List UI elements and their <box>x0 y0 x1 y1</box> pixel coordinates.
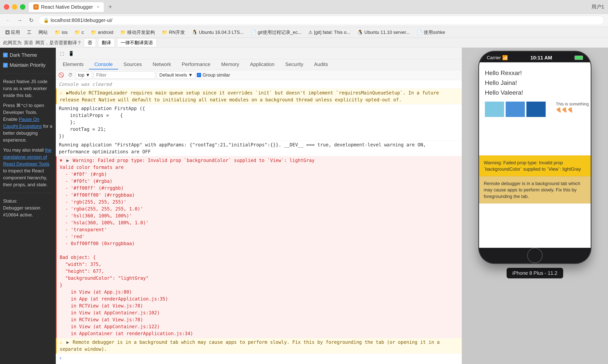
dark-theme-label: Dark Theme <box>10 52 37 58</box>
home-button[interactable] <box>527 248 543 263</box>
inspect-element-button[interactable]: ⬚ <box>58 50 66 57</box>
browser-tab-active[interactable]: ⚛ React Native Debugger × <box>28 2 104 12</box>
url-bar[interactable]: 🔒 localhost:8081/debugger-ui/ <box>39 16 604 25</box>
phone-status-bar: Carrier 📶 10:11 AM <box>479 52 591 62</box>
console-info-1: Running application FirstApp ({ initialP… <box>56 104 462 141</box>
bookmark-label: 📁 移动开发架构 <box>120 29 155 35</box>
warning-icon: ⚠ <box>60 90 62 96</box>
bookmark-3[interactable]: 网站 <box>36 28 50 36</box>
forward-button[interactable]: → <box>15 16 24 25</box>
maintain-priority-label: Maintain Priority <box>10 62 45 68</box>
bookmark-ios[interactable]: 📁 ios <box>52 29 70 36</box>
group-similar-checkbox[interactable]: ✓ <box>197 73 201 77</box>
bookmark-mobile[interactable]: 📁 移动开发架构 <box>118 28 157 36</box>
tab-sources[interactable]: Sources <box>118 60 147 69</box>
tab-console[interactable]: Console <box>89 60 118 69</box>
console-warning-1: ⚠ ▶Module RCTImageLoader requires main q… <box>56 89 462 104</box>
console-filter-input[interactable] <box>94 71 155 79</box>
tab-memory[interactable]: Memory <box>216 60 245 69</box>
tab-security[interactable]: Security <box>280 60 309 69</box>
clear-console-button[interactable]: 🚫 <box>57 71 65 79</box>
translate-never-button[interactable]: 一律不翻译英语 <box>117 38 157 47</box>
expand-arrow-icon[interactable]: ▶ <box>66 158 69 163</box>
device-label: iPhone 8 Plus - 11.2 <box>507 268 563 278</box>
bookmark-label: 📄 git使用过程记录_ec... <box>251 29 302 35</box>
bookmark-c[interactable]: 📁 c <box>72 29 86 36</box>
default-levels-dropdown[interactable]: Default levels ▼ <box>157 71 195 79</box>
sidebar-status: Status: Debugger session #10664 active. <box>3 198 53 218</box>
tab-application[interactable]: Application <box>245 60 280 69</box>
phone-notification-2: Remote debugger is in a background tab w… <box>479 176 591 204</box>
bookmark-2[interactable]: 工 <box>25 28 34 36</box>
group-similar-row: ✓ Group similar <box>197 72 230 78</box>
context-value: top <box>78 72 84 78</box>
device-mode-button[interactable]: 📱 <box>67 50 75 57</box>
bookmark-icon: ■ <box>5 30 10 34</box>
refresh-button[interactable]: ↻ <box>27 16 35 25</box>
color-bar-1 <box>485 102 504 117</box>
notification-text-1: Warning: Failed prop type: Invalid prop … <box>484 160 581 172</box>
close-button[interactable] <box>4 4 9 10</box>
bookmark-apps[interactable]: ■ 应用 <box>3 28 22 36</box>
phone-area: Carrier 📶 10:11 AM Hello Rexxar! Hello J… <box>462 48 608 364</box>
something-text: This is something <box>556 102 589 107</box>
translate-no-button[interactable]: 否 <box>84 38 96 47</box>
battery-indicator <box>574 56 583 60</box>
translate-label: 此网页为 <box>3 40 22 46</box>
phone-screen: Hello Rexxar! Hello Jaina! Hello Valeera… <box>479 62 591 248</box>
console-input[interactable] <box>64 355 459 361</box>
bookmark-ssh[interactable]: 📄 使用sshke <box>414 28 447 36</box>
bookmark-android[interactable]: 📁 android <box>89 29 116 36</box>
tab-audits[interactable]: Audits <box>309 60 333 69</box>
phone-screen-content: Hello Rexxar! Hello Jaina! Hello Valeera… <box>479 62 591 117</box>
battery-icon <box>574 56 583 60</box>
tab-network[interactable]: Network <box>147 60 176 69</box>
phone-home-bar <box>479 248 591 263</box>
sidebar-description: React Native JS code runs as a web worke… <box>3 78 53 99</box>
group-similar-label: Group similar <box>203 72 230 78</box>
bookmark-ubuntu2[interactable]: 🐧 Ubuntu 11.10 server... <box>355 29 412 36</box>
bookmark-rn[interactable]: 📁 RN开发 <box>159 28 187 36</box>
console-error-1: ✖ ▶ Warning: Failed prop type: Invalid p… <box>56 156 462 338</box>
hello-text-1: Hello Rexxar! <box>485 68 585 78</box>
context-selector[interactable]: top ▼ <box>76 71 92 79</box>
checkmark-icon: ✓ <box>198 73 200 77</box>
lock-icon: 🔒 <box>43 18 49 23</box>
notification-text-2: Remote debugger is in a background tab w… <box>484 181 580 199</box>
tab-elements[interactable]: Elements <box>57 60 89 69</box>
bookmark-ubuntu1[interactable]: 🐧 Ubuntu 16.04.3 LTS... <box>190 29 246 36</box>
minimize-button[interactable] <box>12 4 17 10</box>
main-area: ✓ Dark Theme ✓ Maintain Priority React N… <box>0 48 608 364</box>
devtools-tabs: Elements Console Sources Network Perform… <box>56 59 462 70</box>
traffic-lights <box>4 4 26 10</box>
preserve-log-button[interactable]: ⏱ <box>66 71 74 79</box>
emoji-icons: 🍕🍕🍕 <box>556 107 589 113</box>
bookmark-label: 📁 android <box>91 30 113 35</box>
dark-theme-checkbox[interactable]: ✓ <box>3 53 8 57</box>
browser-window: ⚛ React Native Debugger × + 用户1 ← → ↻ 🔒 … <box>0 0 608 364</box>
console-content: Console was cleared ⚠ ▶Module RCTImageLo… <box>56 80 462 364</box>
back-button[interactable]: ← <box>4 16 12 25</box>
bookmarks-bar: ■ 应用 工 网站 📁 ios 📁 c 📁 android 📁 移动开发架构 📁… <box>0 27 608 38</box>
sidebar-install-text: You may also install the standalone vers… <box>3 147 53 188</box>
info-text-1: Running application FirstApp ({ <box>59 106 145 111</box>
maintain-priority-row[interactable]: ✓ Maintain Priority <box>3 62 53 68</box>
tab-performance[interactable]: Performance <box>176 60 216 69</box>
maximize-button[interactable] <box>20 4 26 10</box>
translate-yes-button[interactable]: 翻译 <box>98 38 115 47</box>
bookmark-git1[interactable]: 📄 git使用过程记录_ec... <box>248 28 304 36</box>
bookmark-label: 📁 ios <box>55 30 67 35</box>
you-may-text: You may also install <box>3 147 44 153</box>
expand-arrow-2[interactable]: ▶ <box>66 339 69 345</box>
translate-lang: 英语 <box>24 40 33 46</box>
console-toolbar: 🚫 ⏱ top ▼ Default levels ▼ ✓ Group simil… <box>56 70 462 80</box>
console-prompt[interactable]: › <box>56 354 462 362</box>
bookmark-git2[interactable]: ⚠ [git] fatal: This o... <box>306 29 353 36</box>
carrier-label: Carrier 📶 <box>487 55 508 60</box>
tab-favicon: ⚛ <box>33 4 39 10</box>
tab-close-button[interactable]: × <box>97 4 99 9</box>
maintain-priority-checkbox[interactable]: ✓ <box>3 63 8 67</box>
bookmark-label: 应用 <box>11 29 20 35</box>
new-tab-button[interactable]: + <box>106 3 115 11</box>
dark-theme-row[interactable]: ✓ Dark Theme <box>3 52 53 58</box>
